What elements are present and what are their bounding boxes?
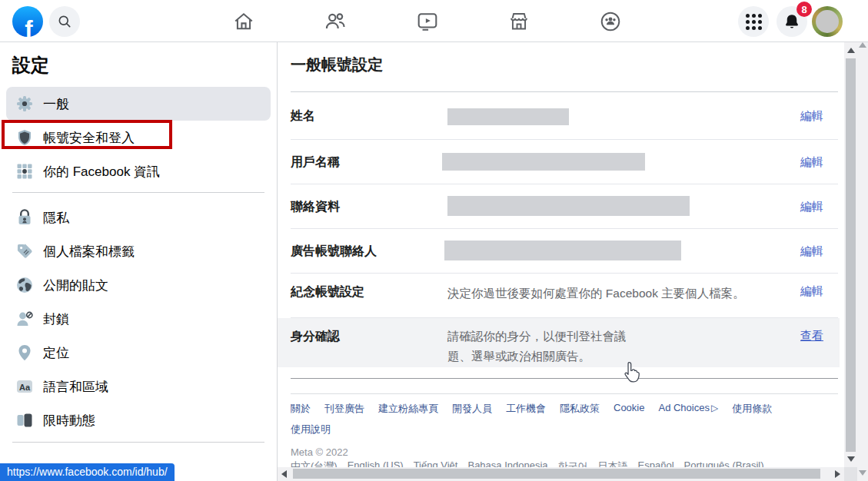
sidebar-item-security-login[interactable]: 帳號安全和登入 [6, 121, 271, 154]
footer-link-create-page[interactable]: 建立粉絲專頁 [378, 402, 438, 416]
language-link[interactable]: English (US) [348, 459, 404, 467]
page-scrollbar-track[interactable] [857, 38, 868, 481]
language-link[interactable]: 中文(台灣) [291, 459, 338, 467]
row-username[interactable]: 用戶名稱 編輯 [278, 140, 840, 184]
row-label: 姓名 [291, 108, 315, 124]
groups-icon [600, 11, 621, 32]
language-link[interactable]: 한국어 [558, 459, 588, 467]
footer-links-row: 關於 刊登廣告 建立粉絲專頁 開發人員 工作機會 隱私政策 Cookie Ad … [291, 402, 772, 416]
redacted-value [447, 196, 690, 216]
row-identity-confirmation[interactable]: 身分確認 請確認你的身分，以便刊登社會議題、選舉或政治相關廣告。 查看 [278, 318, 840, 367]
language-link[interactable]: Português (Brasil) [684, 459, 764, 467]
adchoices-icon: ▷ [711, 403, 718, 413]
view-link[interactable]: 查看 [800, 329, 823, 343]
language-link[interactable]: 日本語 [598, 459, 628, 467]
sidebar-item-stories[interactable]: 限時動態 [6, 403, 271, 437]
search-button[interactable] [49, 6, 80, 37]
row-ad-account-contact[interactable]: 廣告帳號聯絡人 編輯 [278, 229, 840, 273]
facebook-settings-window: f [0, 0, 868, 481]
row-label: 用戶名稱 [291, 154, 340, 170]
edit-link[interactable]: 編輯 [800, 284, 823, 299]
sidebar-item-language-region[interactable]: Aa 語言和區域 [6, 370, 271, 403]
sidebar-item-your-facebook-info[interactable]: 你的 Facebook 資訊 [6, 154, 271, 188]
footer-link-privacy[interactable]: 隱私政策 [560, 402, 600, 416]
sidebar-item-blocking[interactable]: 封鎖 [6, 302, 271, 336]
footer-link-cookies[interactable]: Cookie [614, 402, 644, 416]
divider [12, 192, 264, 193]
page-title: 一般帳號設定 [291, 55, 383, 75]
row-label: 紀念帳號設定 [291, 284, 364, 300]
language-link[interactable]: Español [638, 459, 674, 467]
general-settings-panel: 一般帳號設定 姓名 編輯 用戶名稱 編輯 聯絡資料 編輯 廣告帳號聯絡人 編輯 [278, 42, 844, 467]
shield-icon [15, 128, 34, 147]
page-scroll-down-arrow[interactable] [859, 470, 866, 476]
edit-link[interactable]: 編輯 [800, 199, 823, 214]
row-label: 廣告帳號聯絡人 [291, 243, 377, 259]
row-memorialization[interactable]: 紀念帳號設定 決定你過世後要如何處置你的 Facebook 主要個人檔案。 編輯 [278, 274, 840, 317]
edit-link[interactable]: 編輯 [800, 154, 823, 169]
footer-link-terms[interactable]: 使用條款 [732, 402, 772, 416]
apps-menu-button[interactable] [738, 6, 769, 37]
tab-friends[interactable] [324, 11, 346, 32]
location-pin-icon [15, 343, 34, 362]
edit-link[interactable]: 編輯 [800, 244, 823, 258]
facebook-logo[interactable]: f [12, 6, 43, 37]
sidebar-item-privacy[interactable]: 隱私 [6, 201, 271, 234]
lock-icon [15, 208, 34, 227]
gear-icon [15, 95, 34, 113]
footer-link-developers[interactable]: 開發人員 [452, 402, 492, 416]
footer-link-create-ad[interactable]: 刊登廣告 [324, 402, 364, 416]
row-label: 身分確認 [291, 329, 340, 345]
globe-icon [15, 276, 34, 294]
apps-grid-icon [746, 14, 762, 30]
scroll-right-arrow[interactable] [835, 470, 840, 478]
tab-groups[interactable] [600, 11, 621, 32]
divider [291, 393, 838, 394]
stories-icon [15, 411, 34, 430]
horizontal-scrollbar-thumb[interactable] [293, 469, 820, 479]
settings-sidebar: 設定 一般 帳號安全和登入 [0, 42, 278, 481]
tab-home[interactable] [233, 11, 254, 32]
avatar-redaction [816, 10, 839, 33]
svg-text:Aa: Aa [19, 383, 31, 392]
block-icon [15, 310, 34, 328]
top-nav-bar: f [0, 0, 868, 42]
sidebar-item-profile-tagging[interactable]: 個人檔案和標籤 [6, 234, 271, 268]
sidebar-title: 設定 [12, 53, 49, 78]
language-links-row: 中文(台灣) English (US) Tiếng Việt Bahasa In… [291, 459, 764, 467]
language-link[interactable]: Tiếng Việt [414, 459, 458, 467]
scrollbar-corner [844, 467, 857, 481]
sidebar-item-location[interactable]: 定位 [6, 336, 271, 370]
status-bar-url: https://www.facebook.com/id/hub/ [0, 463, 175, 481]
grid-icon [15, 162, 34, 181]
search-icon [57, 14, 72, 29]
edit-link[interactable]: 編輯 [800, 108, 823, 123]
redacted-value [442, 153, 645, 171]
footer-link-help[interactable]: 使用說明 [291, 423, 331, 436]
scroll-up-arrow[interactable] [847, 48, 855, 53]
tab-marketplace[interactable] [508, 11, 530, 32]
bell-icon [783, 13, 800, 30]
tag-icon [15, 242, 34, 260]
marketplace-icon [508, 11, 530, 32]
row-description: 請確認你的身分，以便刊登社會議題、選舉或政治相關廣告。 [447, 327, 634, 367]
vertical-scrollbar-thumb[interactable] [846, 58, 856, 452]
footer-links-row2: 使用說明 [291, 423, 331, 436]
scroll-down-arrow[interactable] [847, 456, 855, 462]
language-link[interactable]: Bahasa Indonesia [467, 459, 547, 467]
divider [291, 378, 838, 379]
footer-link-about[interactable]: 關於 [291, 402, 311, 416]
footer-link-careers[interactable]: 工作機會 [506, 402, 546, 416]
home-icon [233, 11, 254, 32]
page-scroll-up-arrow[interactable] [859, 42, 866, 48]
sidebar-item-public-posts[interactable]: 公開的貼文 [6, 268, 271, 302]
footer-link-ad-choices[interactable]: Ad Choices▷ [658, 402, 718, 416]
friends-icon [324, 11, 346, 32]
watch-icon [417, 11, 438, 32]
scroll-left-arrow[interactable] [281, 470, 287, 478]
row-contact-info[interactable]: 聯絡資料 編輯 [278, 184, 840, 228]
sidebar-item-general[interactable]: 一般 [6, 87, 271, 121]
tab-watch[interactable] [417, 11, 438, 32]
row-name[interactable]: 姓名 編輯 [278, 92, 840, 139]
profile-avatar[interactable] [812, 6, 843, 37]
